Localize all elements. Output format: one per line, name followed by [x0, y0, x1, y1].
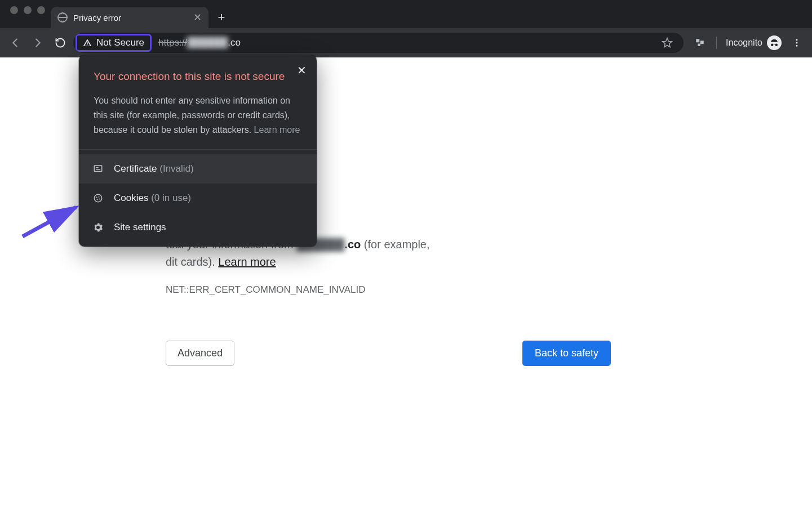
- bookmark-star-icon[interactable]: [658, 33, 677, 52]
- svg-point-8: [94, 194, 102, 202]
- advanced-button[interactable]: Advanced: [166, 341, 234, 366]
- error-body-text: dit cards).: [166, 256, 218, 268]
- url-text: https:// ██████ .co: [158, 37, 241, 48]
- tab-title: Privacy error: [73, 13, 121, 23]
- error-code: NET::ERR_CERT_COMMON_NAME_INVALID: [166, 284, 611, 296]
- forward-button[interactable]: [28, 33, 47, 52]
- certificate-status: (Invalid): [159, 163, 193, 174]
- reload-button[interactable]: [51, 33, 70, 52]
- separator: [716, 37, 717, 49]
- traffic-light[interactable]: [37, 6, 45, 14]
- window-controls: [6, 0, 51, 28]
- close-tab-icon[interactable]: ✕: [193, 12, 202, 23]
- svg-point-5: [796, 42, 798, 44]
- address-bar[interactable]: Not Secure https:// ██████ .co: [73, 33, 684, 53]
- url-redacted: ██████: [187, 37, 228, 48]
- globe-icon: [57, 12, 68, 23]
- cookies-count: (0 in use): [151, 193, 191, 203]
- popup-list: Certificate (Invalid) Cookies (0 in use)…: [79, 149, 317, 247]
- certificate-row[interactable]: Certificate (Invalid): [79, 154, 317, 184]
- popup-learn-more-link[interactable]: Learn more: [254, 125, 300, 135]
- certificate-label: Certificate: [114, 163, 157, 174]
- toolbar: Not Secure https:// ██████ .co Incognito: [0, 28, 812, 57]
- svg-point-11: [97, 199, 98, 200]
- svg-point-12: [99, 198, 100, 199]
- not-secure-label: Not Secure: [96, 37, 144, 48]
- cookies-label: Cookies: [114, 193, 148, 203]
- browser-tab[interactable]: Privacy error ✕: [51, 7, 208, 28]
- back-button[interactable]: [6, 33, 25, 52]
- traffic-light[interactable]: [10, 6, 18, 14]
- learn-more-link[interactable]: Learn more: [218, 256, 276, 268]
- error-body-text: (for example,: [361, 238, 429, 251]
- incognito-indicator[interactable]: Incognito: [724, 35, 784, 50]
- svg-point-6: [796, 45, 798, 47]
- svg-point-10: [99, 196, 100, 197]
- popup-title: Your connection to this site is not secu…: [94, 69, 302, 84]
- toolbar-actions: Incognito: [690, 33, 806, 52]
- tab-bar: Privacy error ✕ +: [0, 0, 812, 28]
- back-to-safety-button[interactable]: Back to safety: [522, 341, 611, 366]
- annotation-arrow: [17, 197, 85, 242]
- svg-rect-3: [698, 44, 700, 47]
- url-domain: .co: [228, 37, 241, 48]
- gear-icon: [92, 222, 104, 233]
- svg-marker-0: [663, 38, 672, 47]
- close-icon[interactable]: ✕: [294, 63, 309, 78]
- svg-rect-2: [700, 41, 704, 44]
- certificate-icon: [92, 164, 104, 174]
- svg-point-4: [796, 39, 798, 41]
- traffic-light[interactable]: [24, 6, 32, 14]
- new-tab-button[interactable]: +: [212, 8, 231, 27]
- svg-point-9: [96, 196, 97, 198]
- site-info-popup: ✕ Your connection to this site is not se…: [79, 55, 317, 247]
- svg-rect-1: [696, 39, 699, 42]
- svg-rect-7: [94, 166, 102, 172]
- svg-line-13: [23, 207, 76, 236]
- incognito-label: Incognito: [726, 38, 762, 48]
- url-protocol: https://: [158, 37, 187, 48]
- cookie-icon: [92, 193, 104, 203]
- extension-icon[interactable]: [690, 33, 709, 52]
- site-settings-label: Site settings: [114, 222, 166, 233]
- warning-icon: [83, 38, 92, 47]
- error-body-domain: .co: [344, 238, 361, 251]
- error-actions: Advanced Back to safety: [166, 341, 611, 366]
- menu-button[interactable]: [787, 33, 806, 52]
- site-settings-row[interactable]: Site settings: [79, 213, 317, 242]
- incognito-icon: [767, 35, 782, 50]
- cookies-row[interactable]: Cookies (0 in use): [79, 184, 317, 213]
- popup-body: You should not enter any sensitive infor…: [94, 93, 302, 138]
- site-security-chip[interactable]: Not Secure: [76, 34, 152, 52]
